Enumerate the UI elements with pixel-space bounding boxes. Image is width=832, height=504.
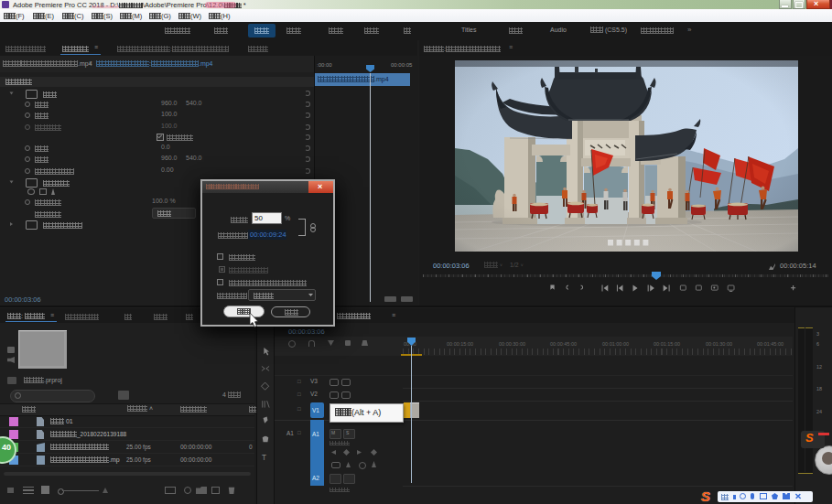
svg-text:T: T: [262, 454, 266, 462]
